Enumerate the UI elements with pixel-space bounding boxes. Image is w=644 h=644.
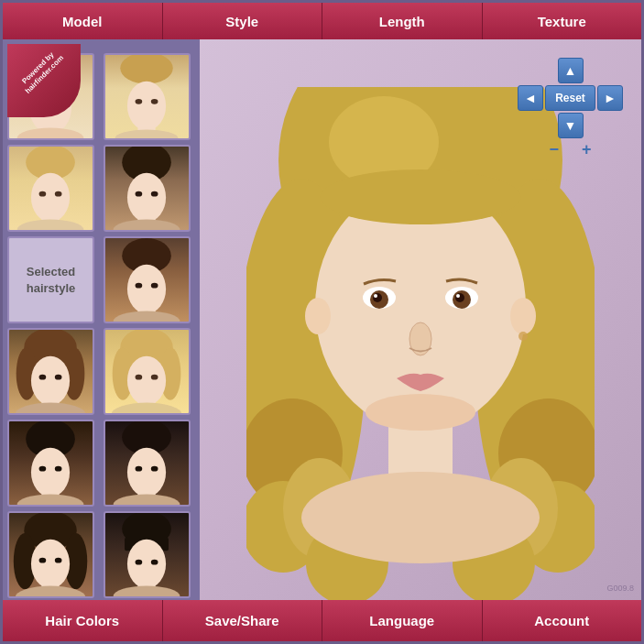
svg-point-36 (39, 375, 47, 380)
svg-point-57 (151, 466, 158, 472)
nav-save-share[interactable]: Save/Share (163, 600, 323, 641)
sidebar: Powered by hairfinder.com (3, 39, 200, 600)
svg-point-25 (127, 265, 166, 314)
hair-thumb-10[interactable] (104, 420, 191, 507)
svg-point-28 (136, 283, 143, 289)
nav-right-button[interactable]: ► (597, 85, 623, 111)
tab-length[interactable]: Length (322, 3, 483, 39)
svg-point-17 (55, 191, 62, 197)
svg-point-70 (114, 586, 180, 598)
zoom-out-button[interactable]: − (549, 140, 559, 159)
svg-point-95 (374, 294, 377, 298)
nav-row-middle: ◄ Reset ► (518, 85, 623, 111)
svg-point-101 (518, 332, 528, 341)
svg-point-51 (55, 466, 62, 472)
hair-thumb-7[interactable] (7, 328, 94, 415)
svg-point-85 (301, 472, 540, 563)
nav-up-button[interactable]: ▲ (558, 58, 584, 83)
svg-point-65 (55, 558, 62, 563)
svg-point-33 (31, 356, 70, 406)
zoom-row: − + (549, 140, 591, 159)
svg-point-71 (136, 560, 143, 565)
main-preview: ▲ ◄ Reset ► ▼ − + G009.8 (200, 39, 641, 600)
svg-point-64 (39, 558, 47, 563)
svg-point-21 (114, 220, 180, 232)
svg-point-10 (136, 99, 143, 104)
svg-point-98 (366, 394, 475, 431)
svg-point-61 (31, 540, 70, 589)
main-content: Powered by hairfinder.com (3, 39, 641, 600)
svg-point-13 (31, 173, 70, 223)
svg-point-15 (17, 220, 84, 232)
svg-point-49 (17, 495, 84, 507)
svg-point-43 (112, 403, 182, 415)
svg-point-19 (127, 173, 166, 223)
svg-point-27 (114, 311, 180, 323)
nav-language[interactable]: Language (322, 600, 483, 641)
hair-thumb-12[interactable] (104, 511, 191, 598)
reset-button[interactable]: Reset (545, 85, 595, 111)
svg-point-16 (39, 191, 47, 197)
svg-point-41 (127, 356, 166, 406)
nav-account[interactable]: Account (483, 600, 642, 641)
top-nav: Model Style Length Texture (3, 3, 641, 39)
svg-point-6 (120, 53, 172, 84)
nav-down-button[interactable]: ▼ (558, 113, 584, 138)
svg-point-35 (16, 403, 86, 415)
hair-thumb-selected[interactable]: Selected hairstyle (7, 236, 94, 323)
svg-point-88 (320, 169, 521, 224)
svg-point-11 (151, 99, 158, 104)
preview-face-svg (246, 87, 595, 600)
svg-point-47 (31, 448, 70, 497)
hair-grid: Selected hairstyle (7, 49, 195, 598)
svg-point-56 (136, 466, 143, 472)
svg-point-93 (373, 293, 382, 302)
nav-left-button[interactable]: ◄ (518, 85, 543, 111)
bottom-nav: Hair Colors Save/Share Language Account (3, 600, 641, 641)
hair-thumb-9[interactable] (7, 420, 94, 507)
nav-hair-colors[interactable]: Hair Colors (3, 600, 163, 641)
svg-point-37 (55, 375, 62, 380)
svg-point-72 (151, 560, 158, 565)
svg-point-44 (136, 375, 143, 380)
svg-point-55 (114, 495, 180, 507)
svg-point-29 (151, 283, 158, 289)
tab-texture[interactable]: Texture (483, 3, 642, 39)
svg-point-99 (305, 298, 331, 334)
zoom-in-button[interactable]: + (582, 140, 592, 159)
nav-controls: ▲ ◄ Reset ► ▼ − + (518, 58, 623, 159)
hair-thumb-4[interactable] (104, 145, 191, 232)
app-wrapper: Model Style Length Texture Powered by ha… (0, 0, 644, 644)
svg-point-22 (136, 191, 143, 197)
svg-point-45 (151, 375, 158, 380)
hair-thumb-11[interactable] (7, 511, 94, 598)
svg-point-68 (127, 540, 166, 589)
svg-point-94 (455, 293, 464, 302)
hair-thumb-6[interactable] (104, 236, 191, 323)
selected-label: Selected hairstyle (27, 263, 75, 296)
watermark: G009.8 (606, 584, 634, 593)
brand-logo: Powered by hairfinder.com (7, 44, 81, 117)
nav-row-bottom: ▼ (558, 113, 584, 138)
tab-model[interactable]: Model (3, 3, 163, 39)
svg-point-23 (151, 191, 158, 197)
svg-point-96 (456, 294, 460, 298)
svg-point-7 (127, 82, 166, 131)
logo-text: Powered by hairfinder.com (17, 48, 67, 97)
hair-thumb-8[interactable] (104, 328, 191, 415)
nav-row-top: ▲ (558, 58, 584, 83)
svg-point-53 (127, 448, 166, 497)
hair-thumb-2[interactable] (104, 53, 191, 140)
tab-style[interactable]: Style (163, 3, 323, 39)
svg-point-3 (17, 128, 84, 140)
svg-point-100 (510, 298, 536, 334)
svg-point-9 (115, 129, 179, 140)
hair-thumb-3[interactable] (7, 145, 94, 232)
svg-point-50 (39, 466, 47, 472)
